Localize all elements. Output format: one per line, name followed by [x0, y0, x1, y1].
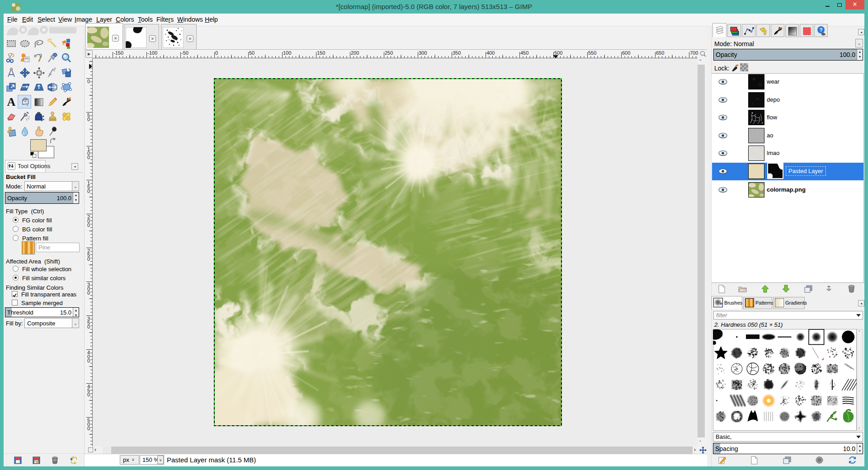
- svg-text:?: ?: [820, 27, 823, 33]
